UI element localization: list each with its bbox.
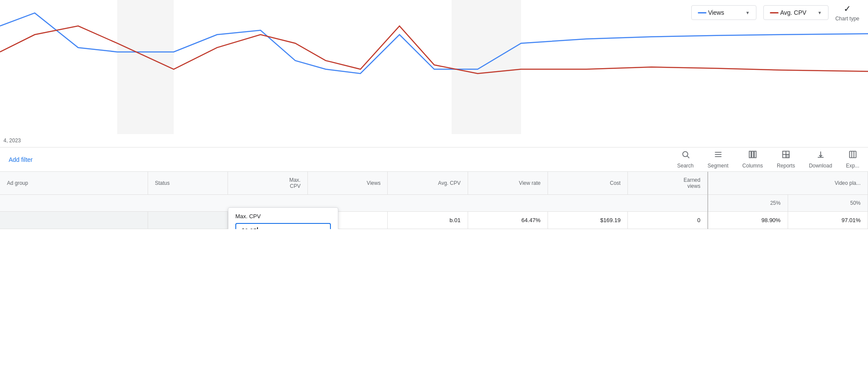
search-label: Search (677, 163, 693, 169)
columns-label: Columns (743, 163, 763, 169)
avg-cpv-metric-pill[interactable]: Avg. CPV ▼ (763, 5, 828, 20)
table-container: Ad group Status Max.CPV Views Avg. CPV V… (0, 172, 868, 229)
col-header-max-cpv[interactable]: Max.CPV (228, 172, 307, 195)
svg-line-3 (687, 156, 689, 158)
reports-label: Reports (777, 163, 795, 169)
cursor-caret (257, 227, 258, 229)
max-cpv-input[interactable]: $0.25 (235, 223, 331, 229)
add-filter-button[interactable]: Add filter (9, 156, 33, 163)
chart-controls: Views ▼ Avg. CPV ▼ ✓ Chart type (691, 3, 859, 22)
col-header-view-rate[interactable]: View rate (468, 172, 548, 195)
search-icon (681, 150, 690, 161)
cell-status (148, 212, 228, 229)
date-label: 4, 2023 (3, 138, 21, 144)
download-icon (816, 150, 825, 161)
views-line-indicator (698, 12, 706, 13)
col-header-ad-group[interactable]: Ad group (0, 172, 148, 195)
popup-label: Max. CPV (235, 213, 331, 220)
cell-avg-cpv: b.01 (388, 212, 468, 229)
cell-view-rate: 64.47% (468, 212, 548, 229)
col-header-views[interactable]: Views (308, 172, 388, 195)
data-table: Ad group Status Max.CPV Views Avg. CPV V… (0, 172, 868, 229)
reports-action[interactable]: Reports (777, 150, 795, 169)
svg-point-2 (683, 151, 688, 157)
col-header-cost[interactable]: Cost (548, 172, 627, 195)
expand-label: Exp... (846, 163, 859, 169)
segment-label: Segment (708, 163, 729, 169)
col-header-status[interactable]: Status (148, 172, 228, 195)
expand-action[interactable]: Exp... (846, 150, 859, 169)
col-subheader-50: 50% (788, 195, 868, 212)
search-action[interactable]: Search (677, 150, 693, 169)
cell-earned-views: 0 (628, 212, 708, 229)
segment-icon (714, 150, 723, 161)
download-action[interactable]: Download (809, 150, 832, 169)
table-header-row: Ad group Status Max.CPV Views Avg. CPV V… (0, 172, 868, 195)
svg-rect-1 (452, 0, 521, 134)
add-filter-label: Add filter (9, 156, 33, 163)
chart-type-icon: ✓ (844, 3, 851, 14)
avg-cpv-line-indicator (770, 12, 779, 13)
chart-svg (0, 0, 868, 147)
chart-area: Views ▼ Avg. CPV ▼ ✓ Chart type 4, 2023 (0, 0, 868, 148)
views-metric-pill[interactable]: Views ▼ (691, 5, 756, 20)
svg-rect-9 (754, 151, 756, 158)
toolbar: Add filter Search Segment (0, 148, 868, 172)
max-cpv-popup: Max. CPV $0.25 (228, 207, 338, 229)
cell-ad-group (0, 212, 148, 229)
avg-cpv-chevron-icon: ▼ (818, 10, 822, 15)
table-subheader-row: 25% 50% (0, 195, 868, 212)
chart-type-button[interactable]: ✓ Chart type (835, 3, 859, 22)
col-header-video-plays: Video pla... (708, 172, 868, 195)
col-header-avg-cpv[interactable]: Avg. CPV (388, 172, 468, 195)
segment-action[interactable]: Segment (708, 150, 729, 169)
views-chevron-icon: ▼ (746, 10, 750, 15)
table-row: Max. CPV $0.25 b.01 64.47% $169.19 0 98.… (0, 212, 868, 229)
views-label: Views (708, 9, 724, 16)
col-header-earned-views[interactable]: Earnedviews (628, 172, 708, 195)
svg-rect-15 (849, 151, 856, 158)
svg-rect-0 (117, 0, 174, 134)
columns-icon (748, 150, 757, 161)
cell-max-cpv[interactable]: Max. CPV $0.25 (228, 212, 307, 229)
toolbar-actions: Search Segment Columns (677, 150, 859, 169)
cell-video-50: 97.01% (788, 212, 868, 229)
download-label: Download (809, 163, 832, 169)
svg-rect-13 (786, 154, 789, 158)
svg-rect-7 (749, 151, 751, 158)
avg-cpv-label: Avg. CPV (780, 9, 806, 16)
col-subheader-25: 25% (708, 195, 788, 212)
reports-icon (782, 150, 790, 161)
cell-cost: $169.19 (548, 212, 627, 229)
svg-rect-8 (752, 151, 754, 158)
columns-action[interactable]: Columns (743, 150, 763, 169)
chart-type-label: Chart type (835, 16, 859, 22)
expand-icon (848, 150, 857, 161)
cell-video-25: 98.90% (708, 212, 788, 229)
